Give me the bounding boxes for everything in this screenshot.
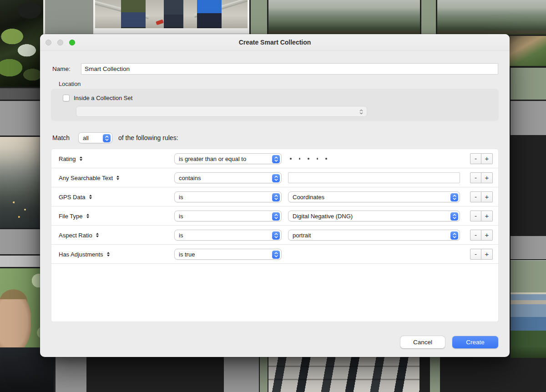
rule-condition-select[interactable]: is xyxy=(174,211,282,221)
rule-field-select[interactable]: Has Adjustments xyxy=(59,245,110,264)
rule-value-select[interactable]: Coordinates xyxy=(288,191,460,202)
figure-olive-jacket xyxy=(121,0,146,28)
updown-arrows-icon xyxy=(107,252,110,257)
create-smart-collection-dialog: Create Smart Collection Name: Location I… xyxy=(40,34,510,357)
rule-field-select[interactable]: File Type xyxy=(59,206,89,226)
rule-field-select[interactable]: GPS Data xyxy=(59,187,92,206)
rule-row-gps-data: GPS Data is Coordinates - + xyxy=(51,187,498,206)
row-buttons: - + xyxy=(470,191,493,202)
rating-star-dot xyxy=(325,158,327,160)
minimize-button[interactable] xyxy=(57,40,63,45)
close-button[interactable] xyxy=(46,40,51,45)
rule-field-label: Has Adjustments xyxy=(59,251,103,258)
stepper-icon xyxy=(103,134,111,142)
grid-cell-empty xyxy=(511,101,546,135)
stepper-icon xyxy=(272,174,280,182)
remove-rule-button[interactable]: - xyxy=(470,191,481,202)
rule-condition-select[interactable]: is true xyxy=(174,249,282,260)
updown-arrows-icon xyxy=(89,195,92,200)
collection-set-select[interactable] xyxy=(76,106,367,117)
add-rule-button[interactable]: + xyxy=(481,249,493,260)
rating-stars-control[interactable] xyxy=(290,149,327,168)
rule-row-file-type: File Type is Digital Negative (DNG) - + xyxy=(51,206,498,226)
rule-field-label: Rating xyxy=(59,156,76,162)
rule-condition-value: is xyxy=(179,232,183,239)
rule-field-select[interactable]: Aspect Ratio xyxy=(59,226,99,245)
rule-field-label: File Type xyxy=(59,213,83,220)
thumbnail-vegetable-market[interactable] xyxy=(0,0,43,87)
rule-value: Digital Negative (DNG) xyxy=(293,213,353,220)
red-object xyxy=(156,19,164,25)
rule-value: Coordinates xyxy=(293,194,324,201)
rating-star-dot xyxy=(308,158,309,160)
stepper-icon xyxy=(272,193,280,201)
remove-rule-button[interactable]: - xyxy=(470,153,481,164)
chevron-updown-icon xyxy=(359,108,364,117)
match-select[interactable]: all xyxy=(78,132,112,143)
inside-collection-set-checkbox[interactable] xyxy=(63,95,70,101)
rule-field-label: Any Searchable Text xyxy=(59,175,113,181)
rule-value-select[interactable]: Digital Negative (DNG) xyxy=(288,211,460,221)
stepper-icon xyxy=(272,212,280,221)
rating-star-dot xyxy=(290,158,292,160)
remove-rule-button[interactable]: - xyxy=(470,230,481,241)
thumbnail-mat xyxy=(93,0,249,34)
location-group: Inside a Collection Set xyxy=(51,89,499,121)
rule-condition-select[interactable]: is greater than or equal to xyxy=(174,153,282,164)
updown-arrows-icon xyxy=(116,176,119,181)
rule-field-select[interactable]: Any Searchable Text xyxy=(59,168,119,187)
row-buttons: - + xyxy=(470,172,493,183)
thumbnail-karst-mountains-left[interactable] xyxy=(268,0,420,35)
add-rule-button[interactable]: + xyxy=(481,211,493,221)
add-rule-button[interactable]: + xyxy=(481,153,493,164)
rule-field-select[interactable]: Rating xyxy=(59,149,82,168)
remove-rule-button[interactable]: - xyxy=(470,211,481,221)
rule-condition-value: contains xyxy=(179,175,201,181)
zoom-button[interactable] xyxy=(69,40,75,45)
rule-condition-select[interactable]: is xyxy=(174,230,282,241)
thumbnail-city-dusk-aerial[interactable] xyxy=(0,137,43,228)
dialog-title: Create Smart Collection xyxy=(239,39,311,46)
rule-row-aspect-ratio: Aspect Ratio is portrait - + xyxy=(51,226,498,245)
add-rule-button[interactable]: + xyxy=(481,172,493,183)
rule-condition-value: is xyxy=(179,194,183,201)
rule-condition-value: is greater than or equal to xyxy=(179,156,246,162)
grid-cell-empty xyxy=(511,261,546,292)
rule-value: portrait xyxy=(293,232,311,239)
add-rule-button[interactable]: + xyxy=(481,230,493,241)
man-face xyxy=(0,299,31,354)
match-select-value: all xyxy=(83,135,89,141)
match-label: Match xyxy=(52,134,70,141)
stepper-icon xyxy=(450,212,458,221)
dialog-titlebar: Create Smart Collection xyxy=(40,34,510,51)
rule-value-select[interactable]: portrait xyxy=(288,230,460,241)
stepper-icon xyxy=(450,193,458,201)
grid-cell-empty xyxy=(0,229,43,254)
grid-cell-empty xyxy=(511,68,546,100)
inside-collection-set-label: Inside a Collection Set xyxy=(74,95,132,101)
rule-value-input[interactable] xyxy=(288,172,460,183)
create-button[interactable]: Create xyxy=(452,336,498,348)
figure-navy-jacket xyxy=(164,0,184,28)
stepper-icon xyxy=(272,155,280,163)
row-buttons: - + xyxy=(470,249,493,260)
thumbnail-children-on-bridge[interactable] xyxy=(95,0,248,28)
rule-row-has-adjustments: Has Adjustments is true - + xyxy=(51,245,498,264)
remove-rule-button[interactable]: - xyxy=(470,172,481,183)
remove-rule-button[interactable]: - xyxy=(470,249,481,260)
rule-row-searchable-text: Any Searchable Text contains - + xyxy=(51,168,498,187)
traffic-lights xyxy=(46,40,75,45)
thumbnail-karst-mountains-right[interactable] xyxy=(437,0,546,35)
collection-name-input[interactable] xyxy=(81,63,498,75)
updown-arrows-icon xyxy=(96,233,99,238)
rules-panel: Rating is greater than or equal to - + A… xyxy=(51,149,499,322)
cancel-button[interactable]: Cancel xyxy=(400,336,445,348)
rule-condition-select[interactable]: is xyxy=(174,191,282,202)
bridge-band xyxy=(511,300,546,304)
add-rule-button[interactable]: + xyxy=(481,191,493,202)
rule-field-label: Aspect Ratio xyxy=(59,232,92,239)
match-suffix-label: of the following rules: xyxy=(118,134,178,141)
rule-condition-select[interactable]: contains xyxy=(174,172,282,183)
rule-field-label: GPS Data xyxy=(59,194,86,201)
stepper-icon xyxy=(272,251,280,259)
